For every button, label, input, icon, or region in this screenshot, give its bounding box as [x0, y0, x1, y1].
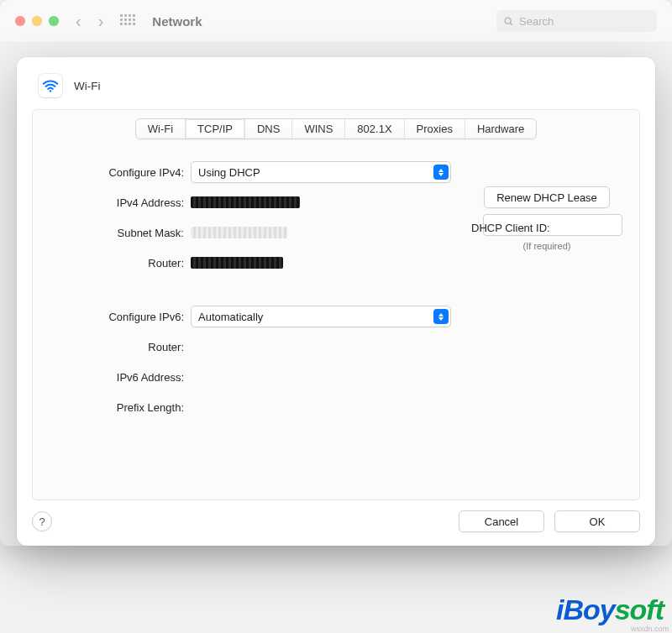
- tab-wifi[interactable]: Wi-Fi: [136, 119, 185, 139]
- configure-ipv4-popup[interactable]: Using DHCP: [191, 161, 451, 183]
- configure-ipv6-popup[interactable]: Automatically: [191, 306, 451, 327]
- updown-icon: [433, 165, 449, 180]
- ok-button[interactable]: OK: [554, 510, 640, 532]
- label-dhcp-client-id: DHCP Client ID:: [471, 222, 550, 234]
- watermark-part-soft: soft: [615, 594, 664, 625]
- label-router-v4: Router:: [50, 257, 191, 269]
- ipv4-address-value: [191, 196, 300, 208]
- tcpip-form: Configure IPv4: Using DHCP IPv4 Address:…: [33, 139, 639, 435]
- label-configure-ipv6: Configure IPv6:: [50, 311, 191, 323]
- router-v4-value: [191, 257, 283, 269]
- configure-ipv6-value: Automatically: [198, 311, 263, 323]
- watermark-part-boy: Boy: [563, 594, 614, 625]
- subnet-mask-value: [191, 227, 287, 238]
- tab-dns[interactable]: DNS: [244, 119, 291, 139]
- configure-ipv4-value: Using DHCP: [198, 166, 260, 179]
- updown-icon: [433, 309, 449, 324]
- sheet-header: Wi-Fi: [17, 57, 655, 109]
- renew-dhcp-lease-button[interactable]: Renew DHCP Lease: [484, 186, 610, 208]
- label-configure-ipv4: Configure IPv4:: [50, 166, 191, 179]
- dhcp-client-id-hint: (If required): [471, 241, 622, 251]
- tab-tcpip[interactable]: TCP/IP: [185, 119, 244, 139]
- watermark-logo: iBoysoft: [556, 594, 664, 626]
- wifi-icon: [39, 74, 62, 97]
- content-panel: Wi-Fi TCP/IP DNS WINS 802.1X Proxies Har…: [32, 109, 640, 500]
- tab-wins[interactable]: WINS: [291, 119, 344, 139]
- network-advanced-sheet: Wi-Fi Wi-Fi TCP/IP DNS WINS 802.1X Proxi…: [17, 57, 655, 546]
- svg-point-2: [50, 90, 52, 92]
- sheet-footer: ? Cancel OK: [17, 500, 655, 546]
- watermark-credit: wsxdn.com: [631, 625, 669, 633]
- sheet-title: Wi-Fi: [74, 80, 100, 92]
- tab-segmented-control: Wi-Fi TCP/IP DNS WINS 802.1X Proxies Har…: [135, 118, 538, 139]
- label-prefix-length: Prefix Length:: [50, 401, 191, 414]
- cancel-button[interactable]: Cancel: [459, 510, 544, 532]
- label-router-v6: Router:: [50, 341, 191, 353]
- tab-hardware[interactable]: Hardware: [465, 119, 536, 139]
- tab-proxies[interactable]: Proxies: [404, 119, 465, 139]
- help-button[interactable]: ?: [32, 511, 52, 531]
- tab-bar: Wi-Fi TCP/IP DNS WINS 802.1X Proxies Har…: [33, 110, 639, 139]
- dhcp-side-column: Renew DHCP Lease DHCP Client ID: (If req…: [471, 186, 622, 251]
- label-ipv6-address: IPv6 Address:: [50, 371, 191, 384]
- label-subnet-mask: Subnet Mask:: [50, 227, 191, 239]
- tab-8021x[interactable]: 802.1X: [344, 119, 403, 139]
- label-ipv4-address: IPv4 Address:: [50, 196, 191, 209]
